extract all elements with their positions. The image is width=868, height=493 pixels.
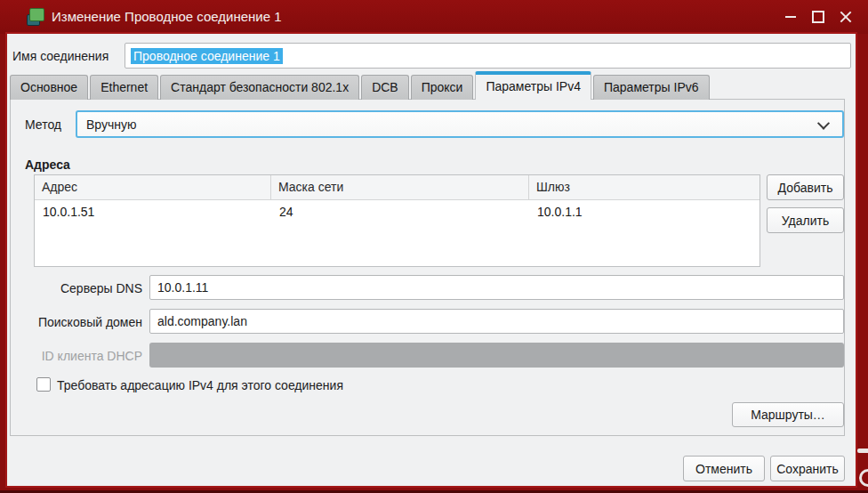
app-icon xyxy=(27,8,44,26)
connection-name-label: Имя соединения xyxy=(12,49,108,63)
edit-connection-dialog: { "window": { "title": "Изменение Провод… xyxy=(0,0,868,493)
chevron-down-icon xyxy=(817,117,830,130)
tab-dcb[interactable]: DCB xyxy=(361,75,409,100)
minimize-icon[interactable] xyxy=(783,9,799,25)
search-domain-input[interactable] xyxy=(149,309,844,334)
column-header-netmask[interactable]: Маска сети xyxy=(271,175,529,199)
tab-ethernet[interactable]: Ethernet xyxy=(90,75,158,100)
routes-button[interactable]: Маршруты… xyxy=(732,402,844,427)
connection-name-input[interactable]: Проводное соединение 1 xyxy=(125,43,851,69)
titlebar[interactable]: Изменение Проводное соединение 1 xyxy=(0,0,868,34)
dns-servers-label: Серверы DNS xyxy=(7,281,142,295)
window-title: Изменение Проводное соединение 1 xyxy=(52,0,282,34)
background-window-fragment xyxy=(857,449,868,453)
method-select[interactable]: Вручную xyxy=(76,110,844,138)
tab-8021x-security[interactable]: Стандарт безопасности 802.1x xyxy=(160,75,359,100)
column-header-gateway[interactable]: Шлюз xyxy=(529,175,760,199)
require-ipv4-label: Требовать адресацию IPv4 для этого соеди… xyxy=(57,378,343,392)
addresses-table: Адрес Маска сети Шлюз 10.0.1.51 24 10.0.… xyxy=(34,174,760,267)
tab-general[interactable]: Основное xyxy=(10,75,88,100)
dhcp-client-id-label: ID клиента DHCP xyxy=(7,349,142,363)
cell-address: 10.0.1.51 xyxy=(35,200,271,224)
cell-gateway: 10.0.1.1 xyxy=(529,200,760,224)
cancel-button[interactable]: Отменить xyxy=(683,456,765,481)
dns-servers-input[interactable] xyxy=(149,275,844,300)
tab-proxy[interactable]: Прокси xyxy=(411,75,474,100)
method-label: Метод xyxy=(25,117,61,132)
search-domain-label: Поисковый домен xyxy=(7,315,142,329)
delete-address-button[interactable]: Удалить xyxy=(767,207,844,233)
method-selected-value: Вручную xyxy=(86,117,137,132)
dhcp-client-id-input xyxy=(149,343,844,368)
connection-name-selected-text: Проводное соединение 1 xyxy=(131,48,283,64)
table-row[interactable]: 10.0.1.51 24 10.0.1.1 xyxy=(35,200,760,224)
addresses-section-title: Адреса xyxy=(25,158,70,172)
add-address-button[interactable]: Добавить xyxy=(767,174,844,200)
require-ipv4-checkbox[interactable] xyxy=(36,377,51,392)
tab-ipv4-settings[interactable]: Параметры IPv4 xyxy=(475,71,591,100)
cell-netmask: 24 xyxy=(271,200,529,224)
tab-bar: Основное Ethernet Стандарт безопасности … xyxy=(10,71,711,100)
column-header-address[interactable]: Адрес xyxy=(35,175,271,199)
close-icon[interactable] xyxy=(838,9,854,25)
save-button[interactable]: Сохранить xyxy=(770,456,845,481)
background-window-fragment xyxy=(859,469,868,487)
window-controls xyxy=(783,0,854,34)
tab-ipv6-settings[interactable]: Параметры IPv6 xyxy=(593,75,710,100)
maximize-icon[interactable] xyxy=(810,9,826,25)
addresses-table-header: Адрес Маска сети Шлюз xyxy=(35,175,760,200)
